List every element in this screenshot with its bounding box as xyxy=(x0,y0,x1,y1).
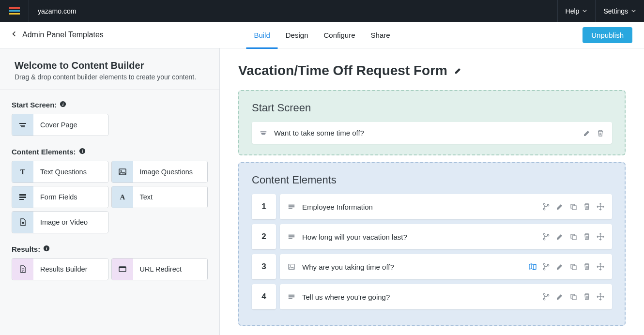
copy-icon[interactable] xyxy=(569,263,577,271)
edit-icon[interactable] xyxy=(556,203,564,211)
tile-text-questions[interactable]: T Text Questions xyxy=(12,161,108,183)
copy-icon[interactable] xyxy=(569,203,577,211)
page-title: Vacation/Time Off Request Form xyxy=(238,63,447,78)
svg-rect-20 xyxy=(261,133,266,134)
tile-text[interactable]: A Text xyxy=(111,186,208,208)
svg-rect-3 xyxy=(20,125,25,126)
cover-page-icon xyxy=(260,129,267,137)
svg-point-33 xyxy=(543,233,545,235)
svg-point-25 xyxy=(543,203,545,205)
svg-rect-19 xyxy=(261,131,266,132)
svg-rect-45 xyxy=(289,295,294,296)
svg-point-41 xyxy=(543,268,545,270)
copy-icon[interactable] xyxy=(569,233,577,241)
content-card[interactable]: Tell us where you're going? xyxy=(280,284,612,309)
tile-label: Text xyxy=(133,186,208,208)
move-icon[interactable] xyxy=(597,293,604,301)
tab-share[interactable]: Share xyxy=(371,22,390,48)
move-icon[interactable] xyxy=(597,233,604,241)
form-icon xyxy=(288,203,295,211)
trash-icon[interactable] xyxy=(583,263,591,271)
info-icon[interactable]: i xyxy=(43,245,50,253)
content-card[interactable]: How long will your vacation last? xyxy=(280,224,612,249)
tabs: Build Design Configure Share xyxy=(254,22,390,48)
tile-label: URL Redirect xyxy=(133,259,208,280)
form-fields-icon xyxy=(12,186,33,208)
trash-icon[interactable] xyxy=(583,233,591,241)
info-icon[interactable]: i xyxy=(79,148,86,156)
section-label-results: Results: i xyxy=(12,245,208,253)
tab-design[interactable]: Design xyxy=(286,22,308,48)
unpublish-button[interactable]: Unpublish xyxy=(583,27,632,43)
svg-rect-23 xyxy=(289,206,294,207)
info-icon[interactable]: i xyxy=(60,101,66,109)
card-text: Want to take some time off? xyxy=(274,129,576,137)
tile-form-fields[interactable]: Form Fields xyxy=(12,186,108,208)
sidebar: Welcome to Content Builder Drag & drop c… xyxy=(0,48,220,335)
edit-icon[interactable] xyxy=(556,233,564,241)
settings-menu[interactable]: Settings xyxy=(595,0,644,22)
content-card[interactable]: Employee Information xyxy=(280,194,612,219)
svg-rect-29 xyxy=(572,206,576,210)
url-redirect-icon xyxy=(112,259,133,280)
row-number: 2 xyxy=(252,224,276,249)
edit-icon[interactable] xyxy=(583,129,591,137)
svg-rect-47 xyxy=(289,298,292,299)
svg-rect-32 xyxy=(289,238,292,239)
image-questions-icon xyxy=(112,161,133,183)
tab-configure[interactable]: Configure xyxy=(323,22,355,48)
svg-point-26 xyxy=(543,208,545,210)
edit-title-icon[interactable] xyxy=(454,67,462,75)
branch-icon[interactable] xyxy=(542,203,550,211)
help-menu[interactable]: Help xyxy=(557,0,596,22)
svg-point-39 xyxy=(290,265,291,266)
panel-title: Start Screen xyxy=(252,102,612,114)
brand-label[interactable]: yazamo.com xyxy=(29,0,85,22)
trash-icon[interactable] xyxy=(597,129,604,137)
svg-rect-21 xyxy=(261,134,265,135)
row-number: 3 xyxy=(252,254,276,279)
trash-icon[interactable] xyxy=(583,293,591,301)
tile-url-redirect[interactable]: URL Redirect xyxy=(111,258,208,280)
svg-rect-46 xyxy=(289,296,294,297)
svg-point-34 xyxy=(543,238,545,240)
start-screen-card[interactable]: Want to take some time off? xyxy=(252,122,612,144)
logo-stripe xyxy=(9,10,20,12)
panel-title: Content Elements xyxy=(252,174,612,186)
branch-icon[interactable] xyxy=(542,233,550,241)
tile-image-questions[interactable]: Image Questions xyxy=(111,161,208,183)
svg-rect-2 xyxy=(19,123,26,124)
branch-icon[interactable] xyxy=(542,263,550,271)
svg-point-40 xyxy=(543,263,545,265)
map-icon[interactable] xyxy=(529,263,537,271)
content-row: 4 Tell us where you're going? xyxy=(252,284,612,309)
sub-header: Admin Panel Templates Build Design Confi… xyxy=(0,22,644,48)
svg-rect-10 xyxy=(19,194,26,196)
copy-icon[interactable] xyxy=(569,293,577,301)
tile-results-builder[interactable]: Results Builder xyxy=(12,258,108,280)
edit-icon[interactable] xyxy=(556,263,564,271)
tile-label: Image or Video xyxy=(33,212,108,233)
svg-rect-18 xyxy=(119,267,126,268)
form-icon xyxy=(288,293,295,301)
tab-build[interactable]: Build xyxy=(254,22,270,48)
chevron-left-icon xyxy=(11,30,17,39)
content-row: 1 Employee Information xyxy=(252,194,612,219)
branch-icon[interactable] xyxy=(542,293,550,301)
svg-rect-14 xyxy=(22,222,24,224)
move-icon[interactable] xyxy=(597,203,604,211)
edit-icon[interactable] xyxy=(556,293,564,301)
card-text: Tell us where you're going? xyxy=(302,293,536,301)
tile-image-or-video[interactable]: Image or Video xyxy=(12,211,108,233)
tile-cover-page[interactable]: Cover Page xyxy=(12,114,108,136)
svg-rect-4 xyxy=(21,126,25,127)
tile-label: Cover Page xyxy=(33,114,108,136)
breadcrumb[interactable]: Admin Panel Templates xyxy=(0,30,114,39)
content-card[interactable]: Why are you taking time off? xyxy=(280,254,612,279)
content-elements-panel: Content Elements 1 Employee Information xyxy=(238,162,626,326)
trash-icon[interactable] xyxy=(583,203,591,211)
card-text: Why are you taking time off? xyxy=(302,263,522,271)
move-icon[interactable] xyxy=(597,263,604,271)
logo[interactable] xyxy=(0,0,29,22)
svg-rect-11 xyxy=(19,197,26,198)
